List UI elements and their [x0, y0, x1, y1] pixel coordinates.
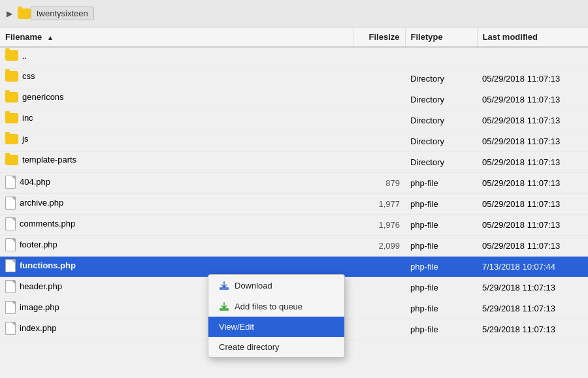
- cell-filename: template-parts: [0, 152, 353, 168]
- cell-filetype: Directory: [405, 131, 477, 151]
- file-icon: [5, 217, 16, 230]
- table-row[interactable]: 404.php879php-file05/29/2018 11:07:13: [0, 172, 588, 193]
- sort-arrow: ▲: [47, 34, 54, 41]
- folder-icon: [5, 134, 18, 144]
- cell-filesize: 2,099: [353, 235, 405, 256]
- filename-label: js: [22, 134, 28, 144]
- table-row[interactable]: incDirectory05/29/2018 11:07:13: [0, 110, 588, 131]
- table-row[interactable]: comments.php1,976php-file05/29/2018 11:0…: [0, 214, 588, 235]
- cell-filename: 404.php: [0, 173, 353, 191]
- cell-lastmodified: 05/29/2018 11:07:13: [477, 110, 588, 131]
- cell-filetype: Directory: [405, 89, 477, 110]
- menu-label-view-edit: View/Edit: [219, 322, 254, 332]
- cell-filesize: [353, 319, 405, 339]
- col-lastmodified[interactable]: Last modified: [477, 27, 588, 47]
- filename-label: comments.php: [20, 219, 75, 228]
- folder-icon: [5, 50, 18, 61]
- cell-lastmodified: 5/29/2018 11:07:13: [477, 277, 588, 298]
- menu-label-download: Download: [235, 281, 272, 291]
- folder-icon: [5, 113, 18, 123]
- cell-filename: genericons: [0, 89, 353, 105]
- filename-label: genericons: [22, 92, 64, 102]
- table-row[interactable]: ..: [0, 47, 588, 68]
- cell-filesize: [353, 47, 405, 68]
- top-bar: ▶ twentysixteen: [0, 0, 588, 27]
- filename-label: footer.php: [20, 240, 57, 249]
- filename-label: template-parts: [22, 155, 76, 165]
- menu-label-add-to-queue: Add files to queue: [235, 302, 302, 311]
- file-icon: [5, 280, 16, 293]
- cell-filesize: [353, 110, 405, 131]
- table-header: Filename ▲ Filesize Filetype Last modifi…: [0, 27, 588, 47]
- cell-filename: inc: [0, 110, 353, 126]
- file-icon: [5, 322, 16, 335]
- menu-item-create-dir[interactable]: Create directory: [208, 337, 344, 357]
- download-icon: [219, 280, 229, 291]
- cell-filetype: php-file: [405, 277, 477, 298]
- cell-lastmodified: 05/29/2018 11:07:13: [477, 214, 588, 235]
- menu-item-download[interactable]: Download: [208, 275, 344, 296]
- file-icon: [5, 197, 16, 210]
- file-browser: Filename ▲ Filesize Filetype Last modifi…: [0, 27, 588, 378]
- folder-icon: [5, 155, 18, 165]
- cell-filetype: php-file: [405, 298, 477, 319]
- file-icon: [5, 238, 16, 251]
- table-row[interactable]: footer.php2,099php-file05/29/2018 11:07:…: [0, 235, 588, 256]
- cell-filename: archive.php: [0, 194, 353, 212]
- cell-filetype: [405, 47, 477, 68]
- cell-lastmodified: 5/29/2018 11:07:13: [477, 319, 588, 339]
- col-filename[interactable]: Filename ▲: [0, 27, 353, 47]
- table-row[interactable]: jsDirectory05/29/2018 11:07:13: [0, 131, 588, 151]
- folder-label[interactable]: twentysixteen: [31, 7, 94, 20]
- filename-label: 404.php: [20, 177, 50, 187]
- cell-lastmodified: 05/29/2018 11:07:13: [477, 131, 588, 151]
- cell-filename: ..: [0, 48, 353, 63]
- folder-icon: [18, 8, 31, 19]
- cell-filesize: [353, 256, 405, 277]
- menu-item-view-edit[interactable]: View/Edit: [208, 317, 344, 337]
- filename-label: archive.php: [20, 198, 63, 208]
- cell-filetype: php-file: [405, 256, 477, 277]
- context-menu: DownloadAdd files to queueView/EditCreat…: [208, 274, 345, 358]
- cell-filetype: php-file: [405, 319, 477, 339]
- cell-filesize: [353, 89, 405, 110]
- cell-filetype: php-file: [405, 214, 477, 235]
- table-row[interactable]: archive.php1,977php-file05/29/2018 11:07…: [0, 193, 588, 214]
- table-row[interactable]: cssDirectory05/29/2018 11:07:13: [0, 68, 588, 89]
- expand-arrow[interactable]: ▶: [7, 9, 12, 18]
- cell-filetype: Directory: [405, 110, 477, 131]
- cell-lastmodified: [477, 47, 588, 68]
- filename-label: inc: [22, 113, 33, 123]
- table-row[interactable]: template-partsDirectory05/29/2018 11:07:…: [0, 151, 588, 172]
- cell-lastmodified: 05/29/2018 11:07:13: [477, 151, 588, 172]
- file-icon: [5, 259, 16, 272]
- cell-filetype: php-file: [405, 235, 477, 256]
- filename-label: ..: [22, 51, 27, 61]
- folder-icon: [5, 71, 18, 82]
- cell-filesize: [353, 68, 405, 89]
- col-filesize[interactable]: Filesize: [353, 27, 405, 47]
- cell-filename: js: [0, 131, 353, 147]
- file-icon: [5, 301, 16, 314]
- cell-lastmodified: 5/29/2018 11:07:13: [477, 298, 588, 319]
- cell-filesize: 879: [353, 172, 405, 193]
- cell-filesize: 1,977: [353, 193, 405, 214]
- cell-filetype: Directory: [405, 68, 477, 89]
- cell-filename: comments.php: [0, 215, 353, 233]
- filename-label: image.php: [20, 302, 59, 312]
- col-filetype[interactable]: Filetype: [405, 27, 477, 47]
- filename-label: functions.php: [20, 260, 76, 270]
- filename-label: css: [22, 71, 35, 81]
- menu-item-add-to-queue[interactable]: Add files to queue: [208, 296, 344, 317]
- table-row[interactable]: genericonsDirectory05/29/2018 11:07:13: [0, 89, 588, 110]
- cell-lastmodified: 05/29/2018 11:07:13: [477, 172, 588, 193]
- cell-lastmodified: 05/29/2018 11:07:13: [477, 89, 588, 110]
- folder-icon: [5, 92, 18, 102]
- cell-lastmodified: 7/13/2018 10:07:44: [477, 256, 588, 277]
- cell-filetype: php-file: [405, 193, 477, 214]
- cell-filesize: 1,976: [353, 214, 405, 235]
- cell-filename: css: [0, 69, 353, 84]
- cell-filesize: [353, 298, 405, 319]
- filename-label: index.php: [20, 323, 56, 333]
- cell-lastmodified: 05/29/2018 11:07:13: [477, 68, 588, 89]
